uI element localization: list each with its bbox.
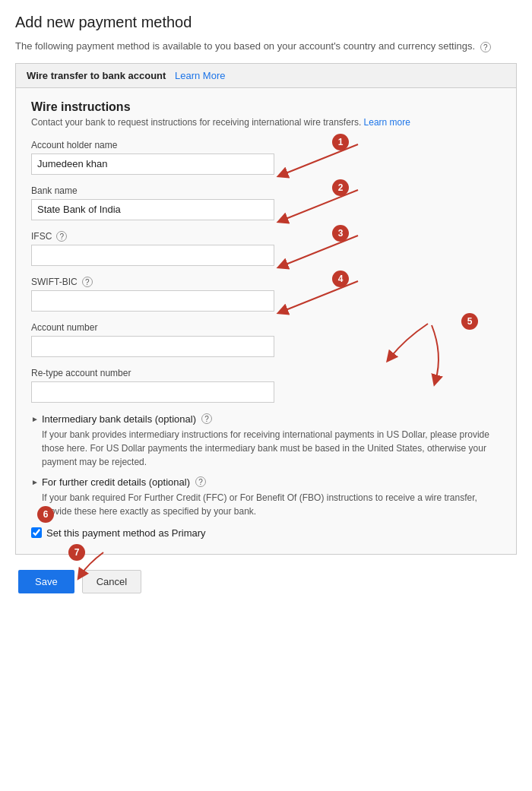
retype-account-number-group: Re-type account number 5 bbox=[31, 368, 501, 403]
payment-method-box: Wire transfer to bank account Learn More… bbox=[15, 63, 517, 555]
ifsc-help-icon[interactable]: ? bbox=[56, 231, 67, 242]
page-title: Add new payment method bbox=[15, 14, 517, 31]
cancel-button[interactable]: Cancel bbox=[82, 570, 141, 593]
further-credit-section: ► For further credit details (optional) … bbox=[31, 476, 501, 518]
set-primary-row: 6 Set this payment method as Primary bbox=[31, 527, 501, 539]
save-button[interactable]: Save bbox=[18, 570, 74, 593]
further-credit-header[interactable]: ► For further credit details (optional) … bbox=[31, 476, 501, 488]
description-help-icon[interactable]: ? bbox=[480, 42, 491, 52]
bank-name-group: Bank name 2 bbox=[31, 185, 501, 220]
set-primary-label: Set this payment method as Primary bbox=[46, 527, 206, 539]
retype-account-number-input[interactable] bbox=[31, 381, 274, 403]
account-number-group: Account number bbox=[31, 322, 501, 357]
set-primary-checkbox[interactable] bbox=[31, 527, 42, 538]
tab-bar: Wire transfer to bank account Learn More bbox=[16, 64, 516, 88]
tab-learn-more-link[interactable]: Learn More bbox=[175, 70, 225, 81]
intermediary-header[interactable]: ► Intermediary bank details (optional) ? bbox=[31, 413, 501, 425]
swift-bic-input[interactable] bbox=[31, 290, 274, 312]
account-number-input[interactable] bbox=[31, 336, 274, 357]
ifsc-group: IFSC ? 3 bbox=[31, 231, 501, 266]
swift-bic-label: SWIFT-BIC ? bbox=[31, 277, 501, 287]
button-row: 7 Save Cancel bbox=[15, 570, 517, 593]
account-holder-name-label: Account holder name bbox=[31, 140, 501, 150]
account-number-label: Account number bbox=[31, 322, 501, 333]
retype-account-number-label: Re-type account number bbox=[31, 368, 501, 378]
intermediary-section: ► Intermediary bank details (optional) ?… bbox=[31, 413, 501, 469]
ifsc-label: IFSC ? bbox=[31, 231, 501, 242]
bank-name-label: Bank name bbox=[31, 185, 501, 196]
wire-title: Wire instructions bbox=[31, 100, 501, 114]
tab-wire-transfer[interactable]: Wire transfer to bank account bbox=[27, 70, 166, 81]
further-credit-triangle-icon: ► bbox=[31, 478, 39, 486]
further-credit-description: If your bank required For Further Credit… bbox=[42, 491, 501, 518]
wire-learn-more-link[interactable]: Learn more bbox=[364, 117, 410, 128]
bank-name-input[interactable] bbox=[31, 199, 274, 220]
intermediary-description: If your bank provides intermediary instr… bbox=[42, 428, 501, 469]
wire-subtitle: Contact your bank to request instruction… bbox=[31, 117, 501, 128]
account-holder-name-input[interactable] bbox=[31, 153, 274, 175]
intermediary-help-icon[interactable]: ? bbox=[201, 413, 212, 424]
page-description: The following payment method is availabl… bbox=[15, 40, 517, 52]
form-section: Wire instructions Contact your bank to r… bbox=[16, 88, 516, 554]
swift-bic-help-icon[interactable]: ? bbox=[82, 277, 93, 287]
ifsc-input[interactable] bbox=[31, 245, 274, 266]
swift-bic-group: SWIFT-BIC ? 4 bbox=[31, 277, 501, 312]
account-holder-name-group: Account holder name 1 bbox=[31, 140, 501, 175]
intermediary-triangle-icon: ► bbox=[31, 415, 39, 423]
further-credit-help-icon[interactable]: ? bbox=[195, 476, 206, 487]
